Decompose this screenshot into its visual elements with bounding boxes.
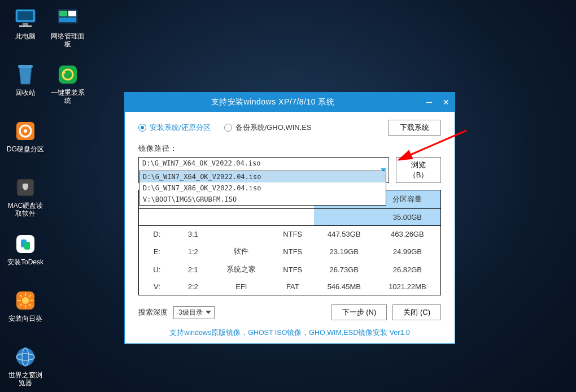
svg-rect-1	[18, 11, 33, 20]
desktop-icon-label: 此电脑	[6, 32, 45, 40]
search-depth-select[interactable]: 3级目录	[173, 306, 215, 319]
svg-rect-3	[19, 25, 32, 27]
svg-point-7	[24, 129, 27, 133]
svg-point-13	[22, 297, 29, 304]
desktop-icon-label: DG硬盘分区	[6, 145, 45, 153]
installer-window: 支持安装windows XP/7/8/10 系统 ─ ✕ 安装系统/还原分区 备…	[124, 92, 455, 344]
cell-idx: 3:1	[175, 226, 211, 243]
desktop-icon-recycle-bin[interactable]: 回收站	[6, 62, 45, 97]
cell-fs: NTFS	[272, 226, 314, 243]
minimize-button[interactable]: ─	[421, 93, 438, 112]
next-button[interactable]: 下一步 (N)	[331, 304, 387, 320]
partition-table: 分区容量 35.00GB D: 3:1 NTFS 447.53GB 463.26…	[138, 190, 441, 295]
sunflower-icon	[13, 288, 38, 313]
computer-icon	[13, 6, 38, 31]
svg-rect-29	[59, 66, 77, 84]
close-window-button[interactable]: ✕	[438, 93, 455, 112]
table-row[interactable]: U: 2:1 系统之家 NTFS 26.73GB 26.82GB	[139, 260, 441, 278]
cell-idx: 2:1	[175, 260, 211, 278]
network-panel-icon	[55, 6, 80, 31]
globe-icon	[13, 345, 38, 369]
cell-used: 546.45MB	[314, 278, 374, 295]
radio-icon	[224, 124, 232, 132]
image-path-row: D:\G_WIN7_X64_OK_V2022.04.iso D:\G_WIN7_…	[138, 157, 441, 183]
cell-fs: NTFS	[272, 242, 314, 260]
table-row[interactable]: E: 1:2 软件 NTFS 23.19GB 24.99GB	[139, 242, 441, 260]
desktop-icon-mac-disk[interactable]: MAC硬盘读取软件	[6, 175, 45, 217]
window-content: 安装系统/还原分区 备份系统/GHO,WIN,ES 下载系统 镜像路径： D:\…	[125, 112, 455, 343]
desktop-icon-reinstall[interactable]: 一键重装系统	[48, 62, 88, 104]
partition-table-body: D: 3:1 NTFS 447.53GB 463.26GB E: 1:2 软件 …	[139, 226, 441, 295]
desktop-icon-label: 网络管理面板	[48, 32, 88, 48]
todesk-icon	[13, 232, 38, 256]
desktop-icon-label: 世界之窗浏览器	[6, 371, 45, 387]
desktop-icon-label: 一键重装系统	[48, 89, 88, 104]
radio-install-restore[interactable]: 安装系统/还原分区	[138, 123, 211, 133]
cell-drive: E:	[139, 242, 175, 260]
image-path-label: 镜像路径：	[138, 143, 441, 154]
svg-rect-26	[59, 11, 67, 16]
cell-drive: V:	[139, 278, 175, 295]
dropdown-option[interactable]: D:\G_WIN7_X86_OK_V2022.04.iso	[139, 182, 386, 194]
download-system-button[interactable]: 下载系统	[388, 120, 441, 136]
table-header-row-2: 35.00GB	[139, 209, 441, 226]
search-depth-value: 3级目录	[178, 308, 203, 316]
cell-name: 系统之家	[211, 260, 272, 278]
cell-name: 软件	[211, 242, 272, 260]
cell-idx: 2:2	[175, 278, 211, 295]
svg-rect-4	[18, 65, 33, 68]
mode-radio-row: 安装系统/还原分区 备份系统/GHO,WIN,ES 下载系统	[138, 120, 441, 136]
cell-drive: D:	[139, 226, 175, 243]
cell-used: 447.53GB	[314, 226, 374, 243]
svg-rect-11	[24, 242, 30, 250]
radio-icon	[138, 124, 146, 132]
c-drive-size: 35.00GB	[374, 209, 441, 226]
cell-used: 26.73GB	[314, 260, 374, 278]
svg-point-22	[16, 348, 34, 366]
dropdown-option[interactable]: D:\G_WIN7_X64_OK_V2022.04.iso	[139, 171, 386, 182]
svg-rect-2	[23, 23, 28, 25]
radio-label: 备份系统/GHO,WIN,ES	[235, 123, 312, 133]
partition-icon	[13, 119, 38, 143]
search-depth-label: 搜索深度	[138, 307, 168, 317]
svg-rect-28	[59, 18, 76, 22]
window-title: 支持安装windows XP/7/8/10 系统	[125, 97, 421, 107]
desktop-icon-todesk[interactable]: 安装ToDesk	[6, 232, 45, 266]
recycle-bin-icon	[13, 62, 38, 87]
cell-total: 26.82GB	[374, 260, 441, 278]
desktop-icon-label: 安装ToDesk	[6, 258, 45, 266]
bottom-controls: 搜索深度 3级目录 下一步 (N) 关闭 (C)	[138, 304, 441, 320]
browse-button[interactable]: 浏览（B）	[396, 157, 441, 183]
cell-fs: FAT	[272, 278, 314, 295]
image-path-input[interactable]: D:\G_WIN7_X64_OK_V2022.04.iso D:\G_WIN7_…	[138, 157, 389, 183]
cell-drive: U:	[139, 260, 175, 278]
desktop-icon-label: MAC硬盘读取软件	[6, 202, 45, 217]
reinstall-icon	[55, 62, 80, 87]
cell-fs: NTFS	[272, 260, 314, 278]
desktop-icon-label: 安装向日葵	[6, 315, 45, 323]
radio-label: 安装系统/还原分区	[150, 123, 211, 133]
cell-total: 1021.22MB	[374, 278, 441, 295]
window-titlebar: 支持安装windows XP/7/8/10 系统 ─ ✕	[125, 93, 455, 112]
desktop-icon-sunflower[interactable]: 安装向日葵	[6, 288, 45, 323]
table-row[interactable]: V: 2:2 EFI FAT 546.45MB 1021.22MB	[139, 278, 441, 295]
radio-backup[interactable]: 备份系统/GHO,WIN,ES	[224, 123, 312, 133]
footer-note: 支持windows原版镜像，GHOST ISO镜像，GHO,WIM,ESD镜像安…	[138, 328, 441, 338]
cell-idx: 1:2	[175, 242, 211, 260]
svg-rect-27	[68, 11, 76, 16]
cell-name: EFI	[211, 278, 272, 295]
dropdown-option[interactable]: V:\BOOT\IMGS\GRUBFM.ISO	[139, 194, 386, 205]
desktop-icon-dg-partition[interactable]: DG硬盘分区	[6, 119, 45, 153]
desktop-icon-network-panel[interactable]: 网络管理面板	[48, 6, 88, 48]
desktop-icon-this-pc[interactable]: 此电脑	[6, 6, 45, 40]
cell-total: 24.99GB	[374, 242, 441, 260]
cell-total: 463.26GB	[374, 226, 441, 243]
cell-used: 23.19GB	[314, 242, 374, 260]
mac-disk-icon	[13, 175, 38, 200]
image-path-dropdown: D:\G_WIN7_X64_OK_V2022.04.iso D:\G_WIN7_…	[139, 171, 386, 206]
close-button[interactable]: 关闭 (C)	[392, 304, 441, 320]
table-row[interactable]: D: 3:1 NTFS 447.53GB 463.26GB	[139, 226, 441, 243]
desktop-icon-theworld-browser[interactable]: 世界之窗浏览器	[6, 345, 45, 387]
cell-name	[211, 226, 272, 243]
image-path-value: D:\G_WIN7_X64_OK_V2022.04.iso	[142, 159, 261, 167]
